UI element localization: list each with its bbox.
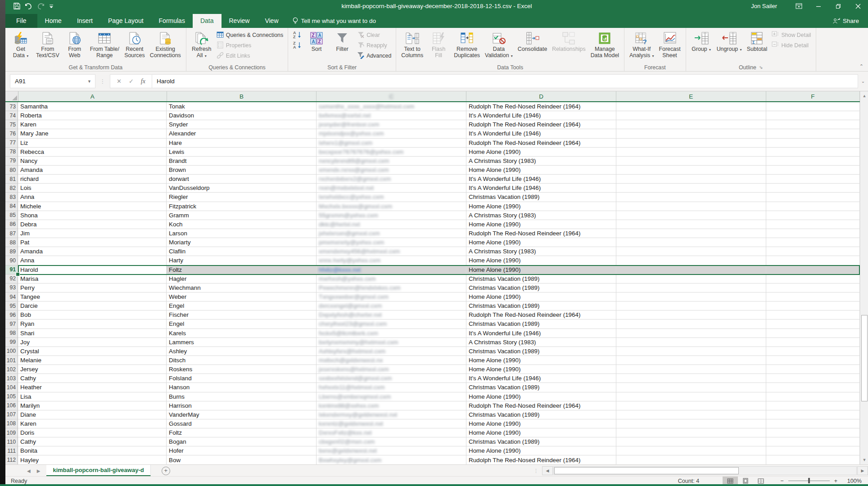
cell-d96[interactable]: Rudolph The Red-Nosed Reindeer (1964) [466, 310, 616, 320]
save-icon[interactable] [14, 0, 20, 12]
row-header-74[interactable]: 74 [5, 111, 18, 120]
cell-b88[interactable]: Moriarty [167, 238, 316, 247]
cell-d83[interactable]: Christmas Vacation (1989) [466, 193, 616, 202]
cell-e103[interactable] [616, 374, 766, 383]
cell-c76[interactable]: mjxlxxndjxx@yxhxx.cxm [316, 129, 466, 138]
cell-c108[interactable]: kxrxntz@gxldxnwxst.nxt [316, 419, 466, 428]
row-header-79[interactable]: 79 [5, 157, 18, 166]
cell-a88[interactable]: Pat [18, 238, 167, 247]
row-header-75[interactable]: 75 [5, 120, 18, 129]
cell-b93[interactable]: Wiechmann [167, 284, 316, 292]
tab-file[interactable]: File [5, 14, 37, 28]
cell-a77[interactable]: Liz [18, 139, 167, 148]
cell-d109[interactable]: Home Alone (1990) [466, 428, 616, 437]
row-header-110[interactable]: 110 [5, 437, 18, 446]
reapply-button[interactable]: Reapply [355, 40, 393, 50]
cell-d75[interactable]: Rudolph The Red-Nosed Reindeer (1964) [466, 120, 616, 129]
cell-c99[interactable]: bxrlynxmxmmy@hxtmxxl.cxm [316, 338, 466, 347]
cell-b102[interactable]: Roskens [167, 365, 316, 374]
cell-a76[interactable]: Mary Jane [18, 129, 167, 138]
cell-b98[interactable]: Karels [167, 329, 316, 338]
cell-c97[interactable]: chxrylhxxt23@gmxxl.cxm [316, 320, 466, 328]
subtotal-button[interactable]: ΣSubtotal [744, 29, 769, 63]
zoom-slider-thumb[interactable] [808, 478, 810, 483]
zoom-level[interactable]: 100% [842, 478, 862, 484]
cell-b86[interactable]: Koch [167, 220, 316, 229]
cell-a85[interactable]: Shona [18, 211, 167, 220]
cell-b99[interactable]: Lammers [167, 338, 316, 347]
cell-e99[interactable] [616, 338, 766, 347]
close-button[interactable] [848, 0, 868, 12]
cell-e92[interactable] [616, 274, 766, 284]
cell-a107[interactable]: Diane [18, 410, 167, 419]
cell-b105[interactable]: Burns [167, 392, 316, 401]
cell-d74[interactable]: It's A Wonderful Life (1946) [466, 111, 616, 120]
cell-e107[interactable] [616, 410, 766, 419]
cell-c74[interactable]: bxfxmxx@xxrtxl.nxt [316, 111, 466, 120]
sheet-nav-right-icon[interactable]: ▶ [37, 468, 41, 473]
cell-d111[interactable]: Home Alone (1990) [466, 446, 616, 455]
cell-a94[interactable]: Tangee [18, 292, 167, 302]
cell-f111[interactable] [766, 446, 860, 455]
row-header-108[interactable]: 108 [5, 419, 18, 428]
cell-c107[interactable]: lxkxndxrmxy@gxldxnwxst.nxt [316, 410, 466, 419]
cell-a82[interactable]: Lois [18, 184, 167, 193]
tab-page-layout[interactable]: Page Layout [100, 14, 151, 28]
cell-d77[interactable]: Rudolph The Red-Nosed Reindeer (1964) [466, 139, 616, 148]
cell-c112[interactable]: Bxwhxylxy@gmxxl.cxm [316, 455, 466, 464]
cell-f86[interactable] [766, 220, 860, 229]
cell-f109[interactable] [766, 428, 860, 437]
tab-formulas[interactable]: Formulas [151, 14, 193, 28]
tab-home[interactable]: Home [37, 14, 69, 28]
cell-c91[interactable]: hfxltz@kxxx.nxt [316, 266, 466, 274]
cell-b80[interactable]: Brown [167, 166, 316, 175]
cell-b81[interactable]: dorwart [167, 175, 316, 184]
show-detail-button[interactable]: +Show Detail [770, 30, 813, 40]
cell-b109[interactable]: Foltz [167, 428, 316, 437]
cell-c103[interactable]: sxxbxxfxlslxnd@gmxxl.cxm [316, 374, 466, 383]
tell-me-box[interactable]: Tell me what you want to do [286, 14, 383, 28]
cell-d92[interactable]: Christmas Vacation (1989) [466, 274, 616, 284]
cell-e86[interactable] [616, 220, 766, 229]
remove-duplicates-button[interactable]: RemoveDuplicates [452, 29, 482, 63]
cell-f99[interactable] [766, 338, 860, 347]
cell-f102[interactable] [766, 365, 860, 374]
row-header-96[interactable]: 96 [5, 310, 18, 320]
column-header-f[interactable]: F [766, 91, 860, 101]
row-header-80[interactable]: 80 [5, 166, 18, 175]
cell-e75[interactable] [616, 120, 766, 129]
tab-insert[interactable]: Insert [69, 14, 100, 28]
cell-d85[interactable]: A Christmas Story (1983) [466, 211, 616, 220]
cell-b82[interactable]: VanDusseldorp [167, 184, 316, 193]
cell-e93[interactable] [616, 284, 766, 292]
cell-f108[interactable] [766, 419, 860, 428]
row-header-85[interactable]: 85 [5, 211, 18, 220]
cell-f96[interactable] [766, 310, 860, 320]
cell-f79[interactable] [766, 157, 860, 166]
cell-f75[interactable] [766, 120, 860, 129]
cell-e105[interactable] [616, 392, 766, 401]
cell-a102[interactable]: Jersey [18, 365, 167, 374]
row-header-97[interactable]: 97 [5, 320, 18, 328]
cell-d89[interactable]: A Christmas Story (1983) [466, 247, 616, 256]
tab-data[interactable]: Data [193, 14, 222, 28]
get-data-button[interactable]: GetData ▾ [8, 29, 33, 63]
column-header-d[interactable]: D [466, 91, 616, 101]
cell-c106[interactable]: kxntmx88@xxhxx.cxm [316, 401, 466, 410]
cell-e98[interactable] [616, 329, 766, 338]
cell-c89[interactable]: xmxndxmxy456@hxtmxxl.cxm [316, 247, 466, 256]
cell-e78[interactable] [616, 148, 766, 157]
tab-scrollbar-splitter[interactable]: ⋮ [533, 468, 542, 474]
cell-a83[interactable]: Anna [18, 193, 167, 202]
row-header-86[interactable]: 86 [5, 220, 18, 229]
row-header-99[interactable]: 99 [5, 338, 18, 347]
cell-b89[interactable]: Claflin [167, 247, 316, 256]
cell-b76[interactable]: Alexander [167, 129, 316, 138]
cell-f100[interactable] [766, 347, 860, 356]
row-header-95[interactable]: 95 [5, 302, 18, 310]
cell-c78[interactable]: bxcxpxxr76767676@yxhxx.cxm [316, 148, 466, 157]
undo-icon[interactable] [25, 0, 32, 12]
cell-e74[interactable] [616, 111, 766, 120]
cell-d91[interactable]: Home Alone (1990) [466, 266, 616, 274]
forecast-sheet-button[interactable]: ForecastSheet [656, 29, 683, 63]
